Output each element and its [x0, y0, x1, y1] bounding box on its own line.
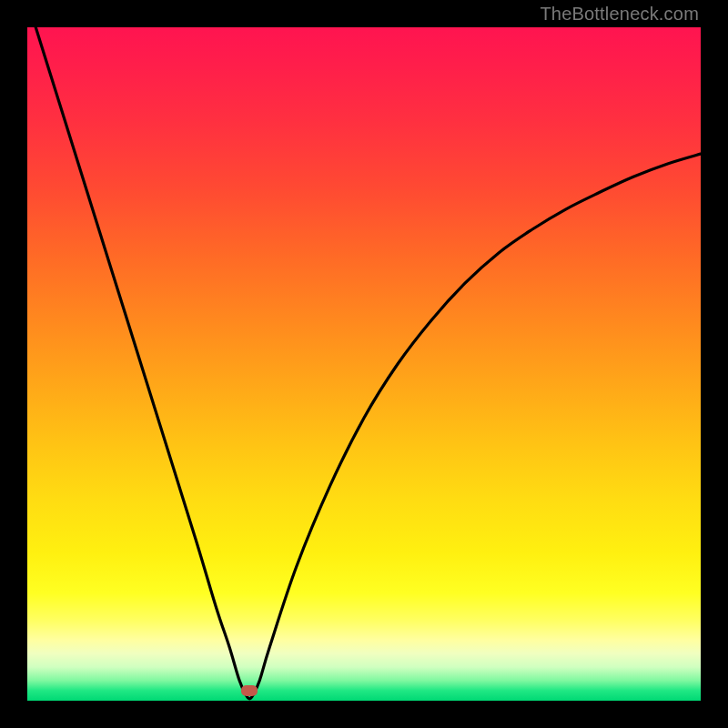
- bottleneck-curve: [27, 27, 701, 701]
- chart-frame: TheBottleneck.com: [0, 0, 728, 728]
- watermark-text: TheBottleneck.com: [540, 4, 699, 25]
- plot-area: [27, 27, 701, 701]
- optimum-marker: [241, 685, 258, 696]
